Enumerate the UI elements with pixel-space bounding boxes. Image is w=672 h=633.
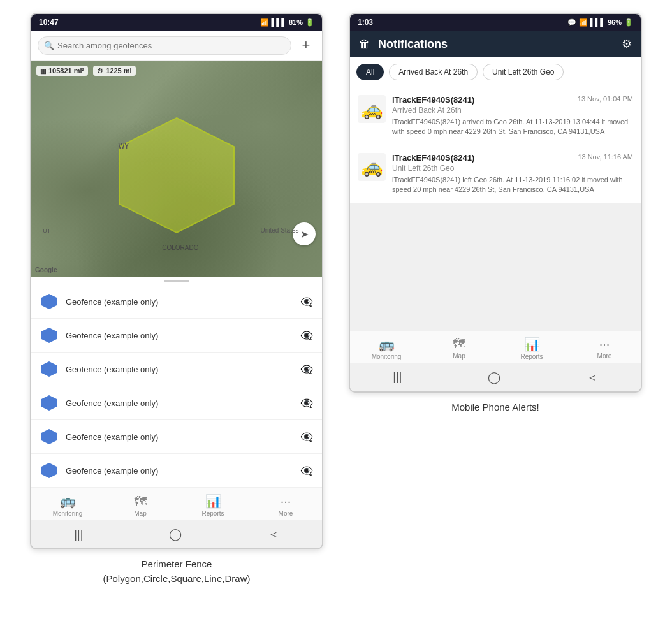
nav-more[interactable]: ··· More: [267, 494, 305, 517]
distance-stat: ⏱ 1225 mi: [93, 66, 135, 76]
right-status-icons: 💬 📶 ▌▌▌ 96% 🔋: [567, 18, 633, 27]
notif-event-2: Unit Left 26th Geo: [392, 164, 633, 173]
svg-marker-5: [41, 429, 57, 444]
monitoring-label: Monitoring: [53, 510, 83, 517]
add-geofence-button[interactable]: +: [296, 36, 316, 55]
geofence-icon: [40, 462, 58, 479]
list-item[interactable]: Geofence (example only) 👁‍🗨: [31, 420, 322, 454]
visibility-icon[interactable]: 👁‍🗨: [300, 397, 313, 409]
right-nav-more[interactable]: ··· More: [585, 337, 624, 360]
device-name-1: iTrackEF4940S(8241): [392, 95, 474, 105]
battery-label: 81%: [289, 18, 303, 26]
wy-label: WY: [119, 143, 129, 150]
map-area[interactable]: ▦ 105821 mi² ⏱ 1225 mi ➤: [31, 61, 322, 277]
nav-map[interactable]: 🗺 Map: [121, 494, 159, 517]
android-recent-button[interactable]: |||: [74, 528, 83, 541]
android-home-button[interactable]: ◯: [488, 370, 500, 384]
notification-item-1[interactable]: 🚕 iTrackEF4940S(8241) 13 Nov, 01:04 PM A…: [350, 87, 641, 145]
visibility-icon[interactable]: 👁‍🗨: [300, 363, 313, 375]
android-recent-button[interactable]: |||: [393, 370, 402, 384]
search-input[interactable]: [38, 36, 291, 55]
geofence-icon: [40, 326, 58, 344]
android-back-button[interactable]: ＜: [268, 527, 279, 542]
right-nav-monitoring[interactable]: 🚌 Monitoring: [367, 337, 405, 360]
list-item[interactable]: Geofence (example only) 👁‍🗨: [31, 353, 322, 386]
geofence-polygon: [106, 112, 247, 239]
car-avatar-1: 🚕: [358, 95, 386, 123]
notif-top-2: iTrackEF4940S(8241) 13 Nov, 11:16 AM: [392, 153, 633, 163]
chat-icon: 💬: [567, 18, 576, 27]
right-bottom-navigation: 🚌 Monitoring 🗺 Map 📊 Reports ··· More: [350, 331, 641, 363]
search-input-wrap[interactable]: 🔍: [38, 36, 291, 55]
geofence-name: Geofence (example only): [66, 398, 293, 408]
geofence-icon: [40, 293, 58, 310]
geofence-name: Geofence (example only): [66, 297, 293, 307]
notif-desc-2: iTrackEF4940S(8241) left Geo 26th. At 11…: [392, 175, 633, 195]
filter-arrived-button[interactable]: Arrived Back At 26th: [389, 64, 478, 80]
us-label: United States: [260, 227, 298, 234]
svg-marker-6: [41, 463, 57, 478]
reports-label: Reports: [520, 353, 543, 360]
hatch-icon: ▦: [40, 68, 46, 75]
notifications-header: 🗑 Notifications ⚙: [350, 31, 641, 57]
right-caption-text: Mobile Phone Alerts!: [451, 400, 539, 415]
co-label: COLORADO: [162, 244, 198, 251]
google-logo: Google: [35, 266, 57, 273]
android-home-button[interactable]: ◯: [169, 527, 182, 541]
signal-icon: ▌▌▌: [272, 18, 286, 26]
geofence-name: Geofence (example only): [66, 331, 293, 340]
map-stats: ▦ 105821 mi² ⏱ 1225 mi: [36, 66, 136, 76]
clock-icon: ⏱: [97, 68, 103, 75]
area-stat: ▦ 105821 mi²: [36, 66, 88, 76]
filter-left-button[interactable]: Unit Left 26th Geo: [483, 64, 564, 80]
geofence-icon: [40, 360, 58, 378]
reports-icon: 📊: [205, 493, 221, 509]
trash-icon[interactable]: 🗑: [359, 38, 370, 51]
settings-icon[interactable]: ⚙: [622, 37, 632, 51]
battery-icon: 🔋: [624, 18, 633, 27]
geofence-name: Geofence (example only): [66, 432, 293, 442]
compass-button[interactable]: ➤: [293, 222, 316, 245]
visibility-icon[interactable]: 👁‍🗨: [300, 330, 313, 342]
wifi-icon: 📶: [260, 18, 269, 27]
right-phone-wrapper: 1:03 💬 📶 ▌▌▌ 96% 🔋 🗑 Notifications ⚙ All…: [349, 13, 642, 414]
map-label: Map: [453, 353, 465, 360]
list-item[interactable]: Geofence (example only) 👁‍🗨: [31, 454, 322, 488]
svg-marker-1: [41, 294, 57, 309]
notification-list: 🚕 iTrackEF4940S(8241) 13 Nov, 01:04 PM A…: [350, 87, 641, 203]
visibility-icon[interactable]: 👁‍🗨: [300, 431, 313, 443]
scroll-indicator: [164, 280, 189, 282]
map-icon: 🗺: [453, 337, 465, 351]
svg-marker-0: [119, 118, 234, 233]
left-status-icons: 📶 ▌▌▌ 81% 🔋: [260, 18, 314, 27]
right-nav-map[interactable]: 🗺 Map: [440, 337, 478, 360]
caption-line2: (Polygon,Circle,Square,Line,Draw): [103, 572, 251, 586]
monitoring-label: Monitoring: [372, 353, 402, 360]
nav-reports[interactable]: 📊 Reports: [194, 493, 232, 517]
car-avatar-2: 🚕: [358, 153, 386, 181]
more-label: More: [279, 510, 293, 517]
empty-area: [350, 203, 641, 331]
signal-icon: ▌▌▌: [590, 18, 605, 26]
android-back-button[interactable]: ＜: [587, 370, 598, 385]
more-label: More: [597, 353, 612, 360]
nav-monitoring[interactable]: 🚌 Monitoring: [48, 493, 87, 517]
more-icon: ···: [599, 337, 610, 351]
visibility-icon[interactable]: 👁‍🗨: [300, 296, 313, 308]
geofence-list: Geofence (example only) 👁‍🗨 Geofence (ex…: [31, 285, 322, 488]
left-phone: 10:47 📶 ▌▌▌ 81% 🔋 🔍 +: [30, 13, 323, 549]
map-label: Map: [134, 510, 146, 517]
notif-time-1: 13 Nov, 01:04 PM: [578, 95, 633, 103]
filter-all-button[interactable]: All: [356, 64, 384, 80]
bottom-navigation: 🚌 Monitoring 🗺 Map 📊 Reports ··· More: [31, 488, 322, 520]
notification-item-2[interactable]: 🚕 iTrackEF4940S(8241) 13 Nov, 11:16 AM U…: [350, 145, 641, 203]
right-nav-reports[interactable]: 📊 Reports: [513, 337, 551, 360]
list-item[interactable]: Geofence (example only) 👁‍🗨: [31, 285, 322, 319]
list-item[interactable]: Geofence (example only) 👁‍🗨: [31, 319, 322, 353]
geofence-name: Geofence (example only): [66, 365, 293, 374]
visibility-icon[interactable]: 👁‍🗨: [300, 465, 313, 477]
monitoring-icon: 🚌: [60, 493, 76, 509]
right-caption: Mobile Phone Alerts!: [451, 400, 539, 415]
list-item[interactable]: Geofence (example only) 👁‍🗨: [31, 386, 322, 420]
svg-marker-2: [41, 328, 57, 343]
